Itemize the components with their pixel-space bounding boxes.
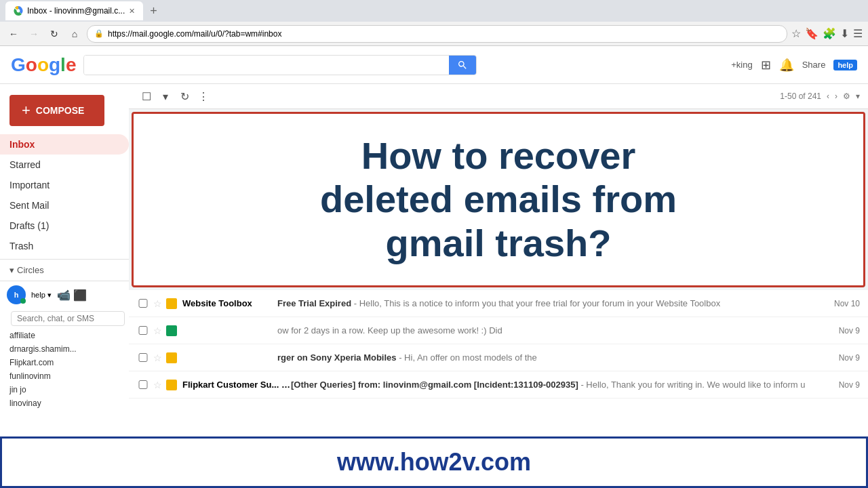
email-subject: rger on Sony Xperia Mobiles - Hi, An off… (277, 352, 833, 363)
email-date: Nov 10 (834, 299, 860, 308)
email-star[interactable]: ☆ (153, 380, 162, 390)
chat-search-input[interactable] (11, 311, 125, 326)
video-call-icon[interactable]: 📹 (57, 289, 71, 302)
email-date: Nov 9 (839, 326, 860, 336)
chat-contact-linovinay[interactable]: linovinay (0, 396, 129, 410)
watermark-url: www.how2v.com (129, 448, 852, 476)
settings-gear[interactable]: ⚙ (843, 92, 850, 101)
video-icon2[interactable]: ⬛ (73, 289, 87, 302)
table-row[interactable]: ☆ ow for 2 days in a row. Keep up the aw… (129, 317, 868, 344)
extensions-icon[interactable]: 🧩 (823, 27, 836, 40)
hangouts-row: h help ▾ 📹 ⬛ (0, 281, 129, 308)
settings-icon[interactable]: ☰ (853, 27, 863, 40)
home-button[interactable]: ⌂ (66, 26, 83, 42)
refresh-button[interactable]: ↻ (46, 26, 62, 42)
header-right: +king ⊞ 🔔 Share help (731, 58, 857, 73)
browser-controls: ← → ↻ ⌂ 🔒 ☆ 🔖 🧩 ⬇ ☰ (0, 22, 868, 46)
google-search-bar[interactable] (83, 55, 477, 75)
sent-label: Sent Mail (9, 200, 49, 211)
chat-contact-drnargis[interactable]: drnargis.shamim... (0, 342, 129, 356)
gmail-wrapper: + COMPOSE Inbox Starred Important Sent M… (0, 84, 868, 488)
circles-toggle-icon: ▾ (9, 265, 14, 275)
toolbar-dropdown[interactable]: ▾ (156, 87, 175, 106)
overlay-line2: deleted emails from (320, 178, 677, 220)
sidebar-item-starred[interactable]: Starred (0, 155, 129, 175)
tab-close-button[interactable]: ✕ (129, 7, 135, 16)
settings-arrow[interactable]: ▾ (856, 92, 860, 101)
email-subject: [Other Queries] from: linovinm@gmail.com… (291, 380, 833, 390)
share-button[interactable]: Share (802, 60, 826, 70)
table-row[interactable]: ☆ rger on Sony Xperia Mobiles - Hi, An o… (129, 344, 868, 371)
chat-contact-jinjo[interactable]: jin jo (0, 383, 129, 396)
starred-label: Starred (9, 159, 41, 170)
forward-button[interactable]: → (26, 26, 42, 42)
download-icon[interactable]: ⬇ (840, 27, 849, 40)
important-label: Important (9, 180, 50, 190)
email-label-icon (166, 298, 177, 309)
drafts-label: Drafts (1) (9, 220, 49, 231)
email-subject: Free Trial Expired - Hello, This is a no… (277, 298, 829, 308)
new-tab-button[interactable]: + (146, 4, 161, 18)
toolbar-right: 1-50 of 241 ‹ › ⚙ ▾ (780, 92, 860, 101)
back-button[interactable]: ← (5, 26, 22, 42)
sidebar-item-inbox[interactable]: Inbox (0, 134, 129, 155)
sidebar: + COMPOSE Inbox Starred Important Sent M… (0, 84, 129, 488)
sidebar-item-trash[interactable]: Trash (0, 236, 129, 256)
active-tab[interactable]: Inbox - linovinm@gmail.c... ✕ (5, 1, 143, 20)
toolbar-refresh[interactable]: ↻ (175, 87, 194, 106)
overlay-line3: gmail trash? (386, 222, 612, 264)
bookmark-icon[interactable]: 🔖 (805, 27, 818, 40)
compose-button[interactable]: + COMPOSE (9, 95, 104, 126)
trash-label: Trash (9, 241, 33, 251)
email-checkbox[interactable] (137, 380, 149, 389)
inbox-label: Inbox (9, 139, 35, 150)
email-checkbox[interactable] (137, 353, 149, 362)
page-prev[interactable]: ‹ (827, 92, 829, 101)
chat-search-container (0, 308, 129, 329)
article-text: How to recover deleted emails from gmail… (134, 114, 863, 285)
article-overlay: How to recover deleted emails from gmail… (132, 112, 865, 287)
toolbar-more[interactable]: ⋮ (194, 87, 213, 106)
table-row[interactable]: ☆ Flipkart Customer Su... (2) [Other Que… (129, 371, 868, 399)
apps-icon[interactable]: ⊞ (761, 58, 771, 73)
google-search-input[interactable] (84, 56, 449, 75)
watermark-overlay: www.how2v.com (129, 436, 868, 488)
email-label-icon (166, 352, 177, 363)
overlay-line1: How to recover (361, 134, 636, 177)
sidebar-item-circles[interactable]: ▾ Circles (0, 262, 129, 278)
sidebar-item-sent[interactable]: Sent Mail (0, 195, 129, 216)
help-badge[interactable]: help (833, 60, 857, 70)
star-icon[interactable]: ☆ (791, 27, 801, 40)
email-star[interactable]: ☆ (153, 352, 162, 363)
sidebar-divider (0, 259, 129, 260)
tab-favicon (14, 6, 23, 16)
page-next[interactable]: › (835, 92, 837, 101)
compose-plus-icon: + (22, 102, 31, 119)
email-checkbox[interactable] (137, 299, 149, 308)
email-label-icon (166, 380, 177, 390)
hangout-status (20, 298, 26, 304)
email-subject: ow for 2 days in a row. Keep up the awes… (277, 325, 833, 336)
user-name[interactable]: +king (731, 60, 752, 70)
address-input[interactable] (108, 29, 780, 39)
main-area: ☐ ▾ ↻ ⋮ 1-50 of 241 ‹ › ⚙ ▾ How to recov… (129, 84, 868, 488)
email-sender: Website Toolbox (182, 298, 277, 308)
toolbar-checkbox[interactable]: ☐ (137, 87, 156, 106)
email-star[interactable]: ☆ (153, 298, 162, 309)
email-sender: Flipkart Customer Su... (2) (182, 380, 291, 390)
notifications-icon[interactable]: 🔔 (779, 58, 794, 73)
sidebar-item-drafts[interactable]: Drafts (1) (0, 216, 129, 236)
tab-title: Inbox - linovinm@gmail.c... (27, 6, 125, 16)
email-checkbox[interactable] (137, 326, 149, 335)
chat-contact-funlinovinm[interactable]: funlinovinm (0, 369, 129, 383)
chat-contact-flipkart[interactable]: Flipkart.com (0, 356, 129, 369)
email-date: Nov 9 (839, 380, 860, 390)
sidebar-item-important[interactable]: Important (0, 175, 129, 195)
google-search-button[interactable] (449, 56, 476, 75)
address-bar[interactable]: 🔒 (87, 25, 787, 43)
email-star[interactable]: ☆ (153, 325, 162, 336)
table-row[interactable]: ☆ Website Toolbox Free Trial Expired - H… (129, 290, 868, 317)
google-header: Google +king ⊞ 🔔 Share help (0, 46, 868, 84)
email-label-icon (166, 325, 177, 336)
chat-contact-affiliate[interactable]: affiliate (0, 329, 129, 342)
